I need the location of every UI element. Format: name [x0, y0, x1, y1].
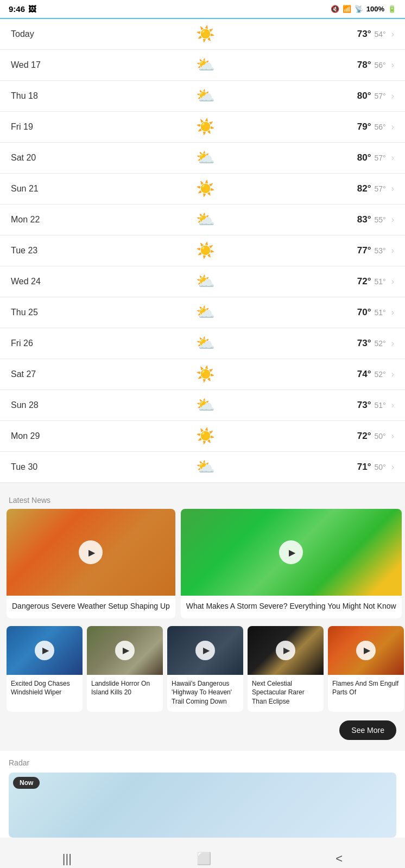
weather-row[interactable]: Mon 29 ☀️ 72° 50° ›: [0, 421, 405, 452]
weather-temps: 73° 51°: [357, 400, 386, 411]
temp-low: 57°: [375, 154, 386, 162]
weather-icon-area: ⛅: [54, 305, 357, 320]
news-title-large: What Makes A Storm Severe? Everything Yo…: [181, 596, 402, 618]
temp-high: 79°: [357, 122, 371, 132]
chevron-right-icon: ›: [391, 29, 394, 39]
chevron-right-icon: ›: [391, 308, 394, 317]
chevron-right-icon: ›: [391, 339, 394, 348]
temp-high: 72°: [357, 276, 371, 287]
temp-low: 50°: [375, 463, 386, 471]
chevron-right-icon: ›: [391, 431, 394, 441]
news-thumb-large: [7, 509, 175, 596]
news-card-large[interactable]: Dangerous Severe Weather Setup Shaping U…: [7, 509, 175, 618]
weather-row[interactable]: Sun 28 ⛅ 73° 51° ›: [0, 390, 405, 421]
chevron-right-icon: ›: [391, 462, 394, 472]
weather-row[interactable]: Today ☀️ 73° 54° ›: [0, 19, 405, 50]
weather-icon-area: ☀️: [54, 367, 357, 382]
play-button[interactable]: [356, 641, 376, 660]
weather-icon: ⛅: [196, 398, 215, 413]
weather-day-label: Mon 29: [11, 431, 54, 441]
weather-row[interactable]: Sat 27 ☀️ 74° 52° ›: [0, 359, 405, 390]
weather-row[interactable]: Wed 24 ⛅ 72° 51° ›: [0, 266, 405, 297]
news-thumb-small: [248, 626, 324, 675]
weather-icon: ☀️: [196, 119, 215, 135]
radar-map[interactable]: Now: [9, 773, 396, 838]
signal-icon: 📡: [355, 5, 363, 13]
temp-high: 72°: [357, 431, 371, 442]
weather-day-label: Wed 17: [11, 60, 54, 70]
wifi-icon: 📶: [343, 5, 351, 13]
recents-button[interactable]: |||: [62, 852, 72, 866]
weather-temps: 73° 54°: [357, 29, 386, 40]
weather-temps: 72° 50°: [357, 431, 386, 442]
weather-icon: ⛅: [196, 88, 215, 104]
weather-icon-area: ⛅: [54, 398, 357, 413]
weather-icon: ⛅: [196, 274, 215, 289]
weather-icon-area: ☀️: [54, 119, 357, 135]
latest-news-section: Latest News Dangerous Severe Weather Set…: [0, 488, 405, 751]
chevron-right-icon: ›: [391, 215, 394, 225]
weather-day-label: Fri 26: [11, 339, 54, 348]
news-card-small[interactable]: Flames And Sm Engulf Parts Of: [328, 626, 404, 712]
weather-icon: ☀️: [196, 243, 215, 258]
temp-low: 57°: [375, 92, 386, 100]
latest-news-title: Latest News: [0, 488, 405, 509]
weather-day-label: Mon 22: [11, 215, 54, 225]
status-time: 9:46: [9, 4, 25, 14]
weather-temps: 80° 57°: [357, 91, 386, 101]
mute-icon: 🔇: [331, 5, 339, 13]
chevron-right-icon: ›: [391, 60, 394, 70]
temp-low: 51°: [375, 308, 386, 317]
weather-icon-area: ⛅: [54, 336, 357, 351]
news-large-row[interactable]: Dangerous Severe Weather Setup Shaping U…: [0, 509, 405, 624]
play-button[interactable]: [276, 641, 295, 660]
weather-row[interactable]: Mon 22 ⛅ 83° 55° ›: [0, 205, 405, 235]
temp-high: 83°: [357, 214, 371, 225]
weather-row[interactable]: Fri 26 ⛅ 73° 52° ›: [0, 328, 405, 359]
play-button[interactable]: [35, 641, 54, 660]
weather-row[interactable]: Thu 18 ⛅ 80° 57° ›: [0, 81, 405, 112]
chevron-right-icon: ›: [391, 400, 394, 410]
weather-row[interactable]: Wed 17 ⛅ 78° 56° ›: [0, 50, 405, 81]
weather-row[interactable]: Tue 30 ⛅ 71° 50° ›: [0, 452, 405, 483]
news-thumb-small: [87, 626, 163, 675]
weather-temps: 74° 52°: [357, 369, 386, 380]
weather-row[interactable]: Sun 21 ☀️ 82° 57° ›: [0, 174, 405, 205]
news-card-small[interactable]: Excited Dog Chases Windshield Wiper: [7, 626, 83, 712]
weather-day-label: Sat 20: [11, 153, 54, 163]
weather-icon: ☀️: [196, 181, 215, 196]
news-small-row[interactable]: Excited Dog Chases Windshield Wiper Land…: [0, 624, 405, 717]
news-card-small[interactable]: Hawaii's Dangerous 'Highway To Heaven' T…: [167, 626, 243, 712]
play-button[interactable]: [279, 540, 303, 564]
temp-low: 51°: [375, 277, 386, 286]
weather-temps: 73° 52°: [357, 338, 386, 349]
play-button[interactable]: [195, 641, 215, 660]
weather-temps: 82° 57°: [357, 183, 386, 194]
news-card-large[interactable]: What Makes A Storm Severe? Everything Yo…: [181, 509, 402, 618]
temp-low: 52°: [375, 370, 386, 379]
news-thumb-small: [328, 626, 404, 675]
play-button[interactable]: [115, 641, 135, 660]
weather-row[interactable]: Tue 23 ☀️ 77° 53° ›: [0, 235, 405, 266]
home-button[interactable]: ⬜: [197, 852, 211, 866]
weather-icon: ⛅: [196, 459, 215, 475]
battery-icon: 🔋: [388, 5, 396, 13]
temp-low: 56°: [375, 61, 386, 69]
radar-now-button[interactable]: Now: [13, 777, 40, 789]
weather-row[interactable]: Sat 20 ⛅ 80° 57° ›: [0, 143, 405, 174]
news-card-small[interactable]: Next Celestial Spectacular Rarer Than Ec…: [248, 626, 324, 712]
weather-day-label: Wed 24: [11, 277, 54, 286]
temp-low: 55°: [375, 215, 386, 224]
temp-high: 77°: [357, 245, 371, 256]
back-button[interactable]: <: [336, 852, 343, 866]
weather-row[interactable]: Thu 25 ⛅ 70° 51° ›: [0, 297, 405, 328]
status-bar: 9:46 🖼 🔇 📶 📡 100% 🔋: [0, 0, 405, 18]
play-button[interactable]: [79, 540, 103, 564]
see-more-button[interactable]: See More: [339, 720, 396, 740]
battery-label: 100%: [366, 5, 384, 13]
news-card-small[interactable]: Landslide Horror On Island Kills 20: [87, 626, 163, 712]
weather-row[interactable]: Fri 19 ☀️ 79° 56° ›: [0, 112, 405, 143]
radar-title: Radar: [9, 758, 396, 767]
weather-rows-container: Today ☀️ 73° 54° › Wed 17 ⛅ 78° 56° › Th…: [0, 19, 405, 483]
weather-icon: ☀️: [196, 27, 215, 42]
